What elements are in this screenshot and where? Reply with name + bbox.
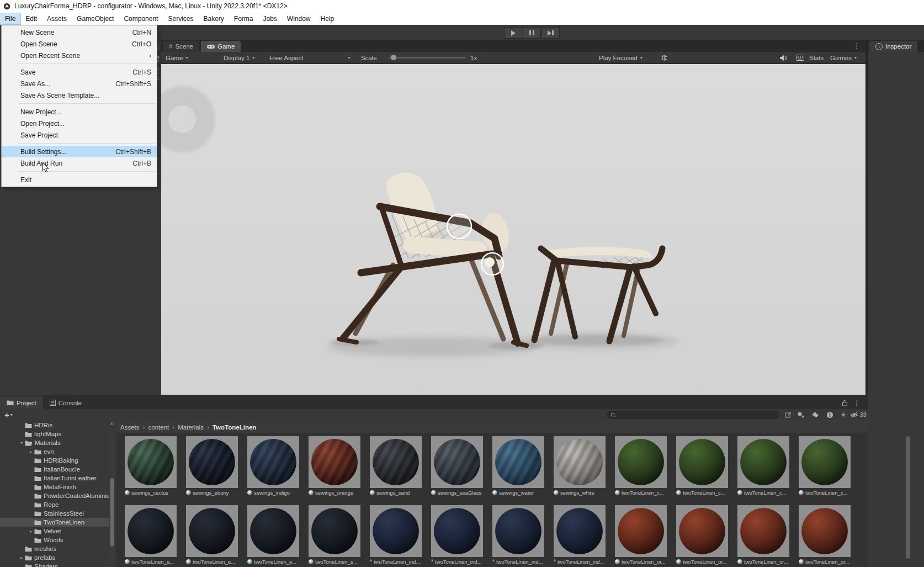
tab-game[interactable]: Game (201, 41, 241, 52)
gizmos-dropdown[interactable]: Gizmos▾ (830, 52, 857, 63)
breadcrumb-twotonelinen[interactable]: TwoToneLinen (213, 424, 256, 431)
menu-gameobject[interactable]: GameObject (72, 13, 119, 24)
project-kebab-icon[interactable]: ⋮ (853, 399, 860, 407)
material-thumbnail[interactable] (247, 436, 299, 488)
asset-sewings_orange[interactable]: sewings_orange (309, 436, 360, 496)
menu-file[interactable]: File (0, 13, 20, 24)
aspect-dropdown[interactable]: Free Aspect▾ (269, 52, 350, 63)
expand-arrow-icon[interactable]: ▸ (28, 529, 34, 534)
lock-icon[interactable] (842, 400, 848, 406)
asset-twoToneLinen_c[interactable]: twoToneLinen_c... (615, 436, 667, 496)
menu-item-new-scene[interactable]: New SceneCtrl+N (2, 27, 157, 38)
mute-audio-icon[interactable] (779, 52, 787, 63)
asset-twoToneLinen_e[interactable]: twoToneLinen_e... (125, 505, 177, 565)
material-thumbnail[interactable] (186, 505, 238, 557)
menu-item-exit[interactable]: Exit (2, 174, 157, 186)
menu-component[interactable]: Component (119, 13, 163, 24)
material-thumbnail[interactable] (309, 505, 360, 557)
hidden-packages-toggle[interactable]: 33 (849, 410, 868, 420)
material-thumbnail[interactable] (799, 505, 851, 557)
scroll-up-icon[interactable]: ▲ (110, 421, 114, 425)
menu-item-save[interactable]: SaveCtrl+S (2, 66, 157, 78)
search-by-label-icon[interactable] (809, 410, 821, 420)
menu-item-save-as[interactable]: Save As...Ctrl+Shift+S (2, 78, 157, 89)
expand-arrow-icon[interactable]: ▾ (18, 441, 25, 446)
menu-item-open-project[interactable]: Open Project... (2, 118, 157, 129)
expand-arrow-icon[interactable]: ▸ (18, 555, 25, 560)
menu-item-new-project[interactable]: New Project... (2, 106, 157, 118)
material-thumbnail[interactable] (370, 505, 422, 557)
menu-services[interactable]: Services (163, 13, 198, 24)
asset-twoToneLinen_ind[interactable]: *twoToneLinen_ind... (370, 505, 422, 565)
breadcrumb-content[interactable]: content (148, 424, 169, 431)
material-thumbnail[interactable] (370, 436, 422, 488)
breadcrumb-assets[interactable]: Assets (120, 424, 140, 431)
tree-item-hdris[interactable]: HDRis (0, 421, 115, 430)
tree-item-woods[interactable]: Woods (0, 536, 115, 544)
asset-sewings_white[interactable]: sewings_white (554, 436, 606, 496)
menu-help[interactable]: Help (316, 13, 339, 24)
asset-sewings_seaGlass[interactable]: sewings_seaGlass (431, 436, 483, 496)
tree-item-lightmaps[interactable]: lightMaps (0, 430, 115, 438)
tab-inspector[interactable]: i Inspector (869, 41, 917, 52)
tree-item-metalfinish[interactable]: MetalFinish (0, 483, 115, 491)
material-thumbnail[interactable] (737, 505, 789, 557)
menu-item-save-as-scene-template[interactable]: Save As Scene Template... (2, 89, 157, 101)
asset-sewings_cactus[interactable]: sewings_cactus (125, 436, 177, 496)
material-thumbnail[interactable] (492, 505, 544, 557)
menu-jobs[interactable]: Jobs (258, 13, 282, 24)
material-thumbnail[interactable] (554, 436, 606, 488)
tree-item-powdercoatedaluminium[interactable]: PowderCoatedAluminium (0, 491, 115, 500)
asset-twoToneLinen_ind[interactable]: *twoToneLinen_ind... (554, 505, 606, 565)
material-thumbnail[interactable] (186, 436, 238, 488)
material-thumbnail[interactable] (615, 505, 667, 557)
stats-button[interactable]: Stats (809, 52, 824, 63)
menu-edit[interactable]: Edit (20, 13, 42, 24)
tree-item-evn[interactable]: ▸evn (0, 447, 115, 456)
tab-console[interactable]: Console (43, 396, 88, 409)
asset-twoToneLinen_ind[interactable]: *twoToneLinen_ind... (492, 505, 544, 565)
menu-assets[interactable]: Assets (42, 13, 72, 24)
menu-item-open-recent-scene[interactable]: Open Recent Scene› (2, 50, 157, 61)
game-panel-kebab-icon[interactable]: ⋮ (853, 42, 860, 52)
material-thumbnail[interactable] (431, 436, 483, 488)
menu-item-build-and-run[interactable]: Build And RunCtrl+B (2, 157, 157, 169)
material-thumbnail[interactable] (125, 505, 177, 557)
vsync-grid-icon[interactable] (796, 52, 804, 63)
tree-item-materials[interactable]: ▾Materials (0, 438, 115, 447)
menu-window[interactable]: Window (282, 13, 316, 24)
asset-twoToneLinen_e[interactable]: twoToneLinen_e... (186, 505, 238, 565)
project-search-input[interactable] (607, 411, 779, 419)
expand-arrow-icon[interactable]: ▸ (28, 449, 34, 454)
tree-item-hdribaking[interactable]: HDRiBaking (0, 456, 115, 465)
material-thumbnail[interactable] (737, 436, 789, 488)
material-thumbnail[interactable] (799, 436, 851, 488)
asset-twoToneLinen_e[interactable]: twoToneLinen_e... (247, 505, 299, 565)
tab-project[interactable]: Project (0, 396, 43, 409)
inspector-scrollbar[interactable] (906, 436, 910, 559)
asset-twoToneLinen_c[interactable]: twoToneLinen_c... (676, 436, 728, 496)
tab-scene[interactable]: # Scene (163, 41, 199, 52)
material-thumbnail[interactable] (247, 505, 299, 557)
tree-item-italianboucle[interactable]: ItalianBoucle (0, 465, 115, 474)
material-thumbnail[interactable] (125, 436, 177, 488)
pause-button[interactable] (523, 27, 541, 39)
asset-sewings_ebony[interactable]: sewings_ebony (186, 436, 238, 496)
tree-scrollbar-thumb[interactable] (110, 478, 114, 547)
material-thumbnail[interactable] (676, 436, 728, 488)
asset-twoToneLinen_or[interactable]: twoToneLinen_or... (799, 505, 851, 565)
asset-twoToneLinen_c[interactable]: twoToneLinen_c... (799, 436, 851, 496)
tree-scrollbar[interactable]: ▲ (109, 421, 115, 567)
tree-item-twotonelinen[interactable]: TwoToneLinen (0, 518, 115, 527)
menu-bakery[interactable]: Bakery (198, 13, 229, 24)
material-thumbnail[interactable] (615, 436, 667, 488)
scale-slider-knob[interactable] (391, 55, 396, 60)
play-button[interactable] (504, 27, 522, 39)
asset-sewings_water[interactable]: sewings_water (492, 436, 544, 496)
tree-item-prefabs[interactable]: ▸prefabs (0, 553, 115, 562)
asset-sewings_sand[interactable]: sewings_sand (370, 436, 422, 496)
display-dropdown[interactable]: Display 1▾ (224, 52, 254, 63)
game-viewport[interactable] (161, 64, 865, 395)
tree-item-shaders[interactable]: Shaders (0, 562, 115, 567)
menu-item-open-scene[interactable]: Open SceneCtrl+O (2, 38, 157, 50)
